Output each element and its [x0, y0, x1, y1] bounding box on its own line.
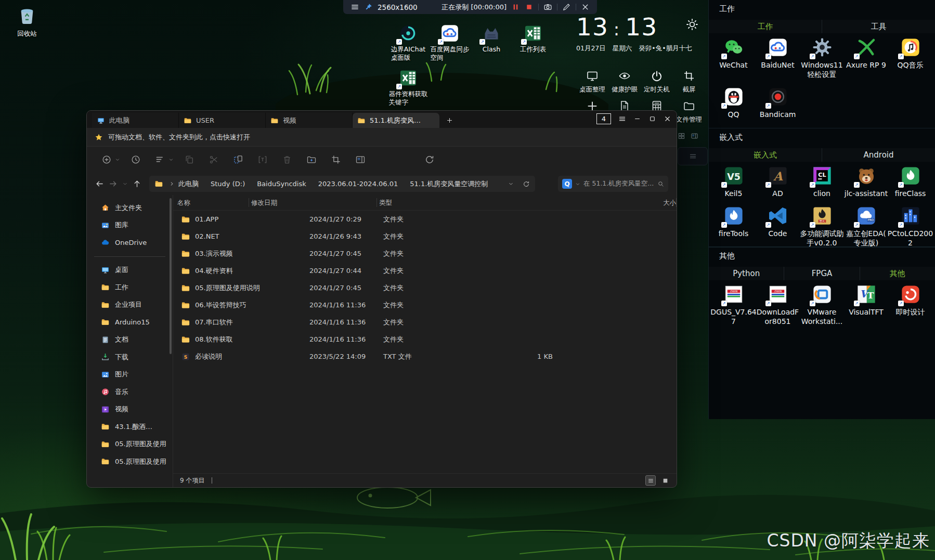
app-shortcut[interactable]: VMware Workstati...: [800, 281, 844, 327]
desktop-shortcut[interactable]: Clash: [471, 23, 512, 62]
file-row[interactable]: 必读说明 2023/5/22 14:09 TXT 文件 1 KB: [173, 348, 677, 365]
address-bar[interactable]: 此电脑 Study (D:) BaiduSyncdisk 2023.06.01-…: [149, 176, 535, 192]
section-tab[interactable]: 其他: [860, 267, 935, 280]
sidebar-item[interactable]: 图片: [87, 366, 173, 384]
refresh-button[interactable]: [424, 154, 435, 165]
collapse-icon[interactable]: [921, 5, 929, 12]
new-item-button[interactable]: [101, 154, 112, 165]
app-shortcut[interactable]: QQ: [711, 84, 756, 120]
new-tab-button[interactable]: [443, 113, 456, 127]
minimize-button[interactable]: [633, 115, 641, 123]
search-box[interactable]: Q 在 51.1.机房变风量空...: [558, 176, 668, 192]
address-refresh-icon[interactable]: [523, 180, 530, 188]
sidebar-item[interactable]: 下载: [87, 348, 173, 366]
lock-icon[interactable]: [877, 252, 885, 259]
section-tab[interactable]: FPGA: [784, 267, 859, 280]
app-shortcut[interactable]: QQ音乐: [888, 34, 932, 80]
list-icon[interactable]: [863, 5, 871, 12]
file-row[interactable]: 08.软件获取 2024/1/16 11:36 文件夹: [173, 331, 677, 348]
section-tab[interactable]: 嵌入式: [709, 148, 822, 162]
widget-shortcut[interactable]: 截屏: [673, 68, 705, 98]
new-item-dropdown-icon[interactable]: [115, 157, 120, 162]
column-header[interactable]: 名称: [173, 198, 249, 207]
close-button[interactable]: [664, 115, 671, 123]
app-shortcut[interactable]: 即时设计: [888, 281, 932, 327]
sidebar-item[interactable]: 文档: [87, 331, 173, 349]
file-row[interactable]: 02.NET 2024/1/26 9:43 文件夹: [173, 228, 677, 245]
search-engine-dropdown-icon[interactable]: [575, 181, 580, 187]
file-row[interactable]: 04.硬件资料 2024/1/27 0:44 文件夹: [173, 262, 677, 279]
app-shortcut[interactable]: 嘉立创EDA( 专业版): [844, 203, 888, 248]
delete-button[interactable]: [282, 154, 292, 165]
sidebar-item[interactable]: 主文件夹: [87, 199, 173, 217]
desktop-shortcut[interactable]: 边界AIChat 桌面版: [387, 23, 429, 62]
tray-chip[interactable]: [678, 147, 708, 165]
app-shortcut[interactable]: PCtoLCD200 2: [888, 203, 932, 248]
menu-icon[interactable]: [906, 133, 914, 141]
app-shortcut[interactable]: Axure RP 9: [844, 34, 888, 80]
app-shortcut[interactable]: DGUS_V7.64 7: [711, 281, 756, 327]
app-shortcut[interactable]: Keil5: [711, 163, 756, 199]
app-shortcut[interactable]: Windows11 轻松设置: [800, 34, 844, 80]
section-tab[interactable]: 工作: [709, 20, 822, 33]
section-tab[interactable]: Android: [822, 148, 935, 162]
explorer-tab[interactable]: 此电脑: [92, 113, 179, 128]
breadcrumb-item[interactable]: 51.1.机房变风量空调控制: [410, 179, 500, 189]
app-shortcut[interactable]: fireTools: [711, 203, 756, 248]
lock-icon[interactable]: [877, 133, 885, 141]
rename-button[interactable]: [257, 154, 268, 165]
tab-close-icon[interactable]: [342, 118, 347, 123]
thumbnail-view-button[interactable]: [660, 475, 670, 486]
column-header[interactable]: 大小: [663, 198, 677, 207]
explorer-tab[interactable]: 51.1.机房变风量空: [353, 113, 439, 128]
app-shortcut[interactable]: Bandicam: [756, 84, 800, 120]
forward-button[interactable]: [109, 179, 118, 188]
lock-icon[interactable]: [877, 5, 885, 12]
desktop-shortcut[interactable]: 器件资料获取 关键字: [387, 68, 429, 107]
recycle-bin-shortcut[interactable]: 回收站: [8, 4, 46, 38]
file-row[interactable]: 05.原理图及使用说明 2024/1/27 0:45 文件夹: [173, 279, 677, 296]
add-icon[interactable]: [892, 5, 900, 12]
file-row[interactable]: 06.毕设答辩技巧 2024/1/16 11:36 文件夹: [173, 296, 677, 314]
quick-open-bar[interactable]: 可拖动文档、软件、文件夹到此，点击快速打开: [87, 128, 677, 147]
section-tab[interactable]: Python: [709, 267, 784, 280]
draw-button[interactable]: [562, 3, 571, 11]
recbar-close-button[interactable]: [581, 3, 590, 11]
sidebar-item[interactable]: 05.原理图及使用: [87, 436, 173, 453]
menu-icon[interactable]: [906, 5, 914, 12]
add-icon[interactable]: [892, 133, 900, 141]
new-folder-button[interactable]: [306, 154, 317, 165]
explorer-tab[interactable]: 视频: [266, 113, 353, 128]
sort-dropdown-icon[interactable]: [168, 157, 174, 162]
app-shortcut[interactable]: fireClass: [888, 163, 932, 199]
file-row[interactable]: 03.演示视频 2024/1/27 0:45 文件夹: [173, 245, 677, 262]
app-shortcut[interactable]: AD: [756, 163, 800, 199]
file-row[interactable]: 07.串口软件 2024/1/16 11:36 文件夹: [173, 314, 677, 331]
widget-shortcut[interactable]: 文件管理: [673, 98, 705, 128]
app-shortcut[interactable]: WeChat: [711, 34, 756, 80]
sidebar-item[interactable]: 05.原理图及使用: [87, 453, 173, 471]
stop-recording-button[interactable]: [525, 3, 534, 11]
file-row[interactable]: 01.APP 2024/1/27 0:29 文件夹: [173, 211, 677, 228]
sidebar-item[interactable]: 桌面: [87, 262, 173, 279]
tab-close-icon[interactable]: [255, 118, 261, 123]
sidebar-scrollbar[interactable]: [170, 198, 172, 354]
app-shortcut[interactable]: 多功能调试助 手v0.2.0: [800, 203, 844, 248]
screenshot-button[interactable]: [543, 3, 552, 11]
breadcrumb-item[interactable]: BaiduSyncdisk: [257, 180, 318, 188]
widget-shortcut[interactable]: 桌面整理: [576, 68, 608, 98]
up-button[interactable]: [133, 179, 141, 188]
collapse-icon[interactable]: [921, 252, 929, 259]
sidebar-item[interactable]: 43.1.酿酒监测: [87, 418, 173, 436]
app-shortcut[interactable]: VisualTFT: [844, 281, 888, 327]
app-shortcut[interactable]: DownLoadF or8051: [756, 281, 800, 327]
app-shortcut[interactable]: BaiduNet: [756, 34, 800, 80]
app-shortcut[interactable]: Code: [756, 203, 800, 248]
widget-shortcut[interactable]: 健康护眼: [608, 68, 641, 98]
sidebar-item[interactable]: OneDrive: [87, 234, 173, 252]
recbar-pin-icon[interactable]: [364, 3, 373, 11]
breadcrumb-item[interactable]: 此电脑: [178, 179, 211, 189]
section-tab[interactable]: 工具: [822, 20, 935, 33]
paste-button[interactable]: [233, 154, 243, 165]
desktop-shortcut[interactable]: 工作列表: [512, 23, 554, 62]
